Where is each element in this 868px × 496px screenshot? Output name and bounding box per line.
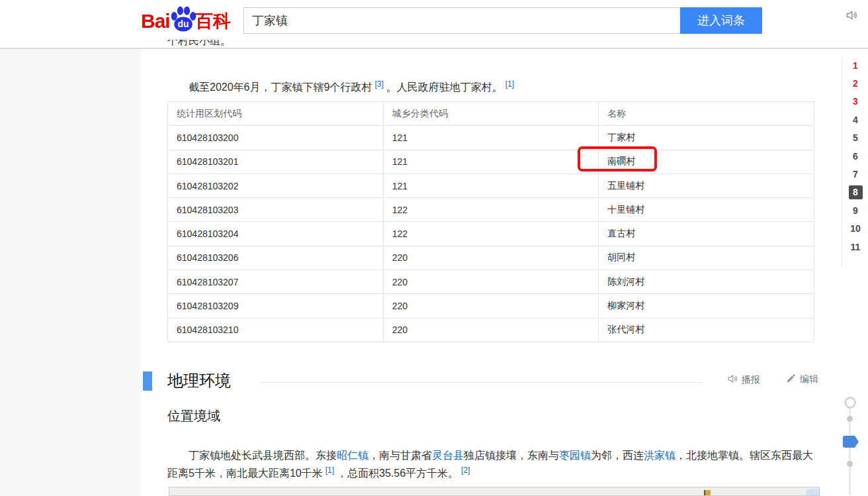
text-segment: 。人民政府驻地丁家村。 [386,81,503,93]
table-cell: 122 [383,198,599,222]
pager-item-11[interactable]: 11 [842,238,868,256]
logo-text-bai: Bai [141,10,170,32]
pager-item-label: 6 [853,151,858,162]
text-segment: ，南与甘肃省 [369,450,432,461]
pager-item-label: 4 [853,115,858,125]
top-search-bar: Bai du 百科 进入词条 [0,0,868,40]
inline-link[interactable]: 灵台县 [432,450,464,461]
text-segment: 为邻，西连 [591,450,644,461]
baidu-paw-icon: du [169,5,198,37]
section-marker [143,372,152,391]
search-input[interactable] [244,8,680,33]
pager-item-6[interactable]: 6 [842,147,868,165]
table-row: 610428103202121五里铺村 [168,174,814,197]
table-cell: 220 [383,318,599,342]
table-row: 610428103201121南磵村 [168,150,814,174]
enter-entry-button[interactable]: 进入词条 [680,7,762,34]
pager-item-9[interactable]: 9 [842,201,868,219]
red-highlight-box [578,146,657,172]
table-cell: 610428103204 [168,222,384,246]
table-cell: 胡同村 [599,246,814,270]
table-header-cell: 城乡分类代码 [383,102,599,126]
pager-item-7[interactable]: 7 [842,165,868,183]
pager-item-label: 7 [853,169,858,179]
pager-item-1[interactable]: 1 [842,56,868,74]
table-cell: 220 [383,270,599,294]
header-divider [0,48,868,49]
pager-item-label: 11 [851,242,861,252]
map-image-top-edge[interactable] [169,487,820,496]
pager-item-5[interactable]: 5 [842,129,868,147]
section-title: 地理环境 [167,370,231,391]
pager-item-label: 8 [849,185,863,199]
timeline-current-tag[interactable] [843,436,859,448]
table-cell: 610428103207 [168,270,384,294]
table-cell: 122 [383,222,599,246]
broadcast-button[interactable]: 播报 [726,373,760,387]
pager-item-label: 9 [853,205,858,216]
map-marker-icon [704,490,711,496]
header-speaker-icon[interactable] [845,9,858,22]
broadcast-label: 播报 [742,374,760,386]
table-cell: 121 [383,126,599,150]
broadcast-speaker-icon [726,373,738,387]
table-header-cell: 名称 [599,102,814,126]
pencil-icon [786,373,797,385]
inline-link[interactable]: 洪家镇 [644,450,675,461]
reference-link[interactable]: [1] [505,79,514,89]
table-row: 610428103207220陈刘河村 [168,270,814,294]
text-segment: 独店镇接壤，东南与 [464,450,559,461]
reference-link[interactable]: [1] [326,466,334,475]
timeline-dot [847,416,853,422]
table-cell: 610428103203 [168,198,384,222]
pager-item-10[interactable]: 10 [842,220,868,238]
table-cell: 陈刘河村 [599,270,814,294]
table-cell: 121 [383,174,599,197]
table-row: 610428103206220胡同村 [168,246,814,270]
search-box [243,7,680,34]
table-cell: 610428103200 [168,126,384,150]
table-row: 610428103209220柳家河村 [168,294,814,318]
section-rule [259,382,703,383]
table-cell: 十里铺村 [599,198,814,222]
left-background-panel [0,49,141,496]
pager-item-3[interactable]: 3 [842,93,868,111]
logo-text-du: du [177,19,189,29]
pager-item-label: 10 [850,223,861,234]
pager-item-label: 3 [853,96,858,107]
table-cell: 张代河村 [599,318,814,342]
table-cell: 220 [383,246,599,270]
text-segment: 丁家镇地处长武县境西部。东接 [189,450,337,461]
timeline-dot [847,461,853,467]
search-result-pager: 1234567891011 [842,56,868,267]
table-cell: 五里铺村 [599,174,814,197]
edit-label: 编辑 [800,373,818,385]
inline-link[interactable]: 枣园镇 [559,450,591,461]
edit-button[interactable]: 编辑 [786,373,818,385]
subsection-title: 位置境域 [167,407,220,425]
table-row: 610428103210220张代河村 [168,318,814,342]
table-cell: 610428103209 [168,294,384,318]
inline-link[interactable]: 昭仁镇 [337,450,369,461]
reference-link[interactable]: [3] [374,79,383,89]
table-cell: 柳家河村 [599,294,814,318]
pager-item-8[interactable]: 8 [842,183,868,201]
table-cell: 610428103206 [168,246,384,270]
pager-item-4[interactable]: 4 [842,111,868,128]
map-water-shape [806,489,820,496]
table-cell: 220 [383,294,599,318]
location-paragraph: 丁家镇地处长武县境西部。东接昭仁镇，南与甘肃省灵台县独店镇接壤，东南与枣园镇为邻… [167,446,819,482]
baidu-baike-logo[interactable]: Bai du 百科 [141,5,231,37]
pager-item-2[interactable]: 2 [842,74,868,92]
table-cell: 121 [383,150,599,174]
table-cell: 610428103202 [168,174,384,197]
table-row: 610428103203122十里铺村 [168,198,814,222]
timeline-ring-icon [844,397,856,409]
table-cell: 610428103201 [168,150,384,174]
pager-item-label: 5 [853,132,858,143]
baike-page: 个村民小组。 Bai du 百科 进入词条 [0,0,868,496]
text-segment: ，总面积35.56平方千米。 [337,468,458,479]
logo-text-baike: 百科 [195,9,231,33]
reference-link[interactable]: [2] [461,466,470,475]
table-cell: 610428103210 [168,318,384,342]
